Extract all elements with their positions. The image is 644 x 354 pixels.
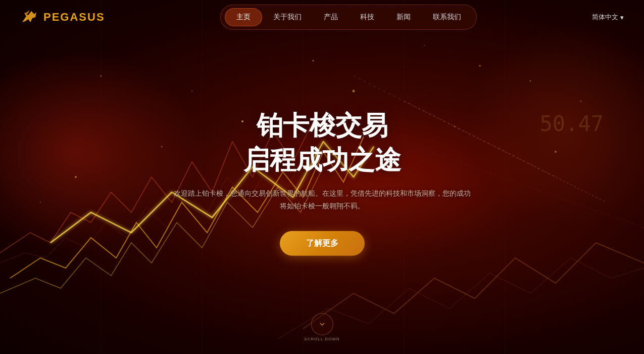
nav-links: 主页 关于我们 产品 科技 新闻 联系我们 (220, 5, 477, 30)
svg-point-13 (555, 151, 557, 153)
scroll-indicator[interactable]: SCROLL DOWN (304, 313, 339, 342)
svg-point-11 (353, 90, 355, 93)
svg-point-16 (580, 101, 582, 102)
chevron-down-icon: ▾ (620, 14, 624, 21)
hero-title: 铂卡梭交易 启程成功之途 (171, 109, 474, 177)
svg-point-8 (75, 176, 77, 178)
svg-point-20 (424, 45, 425, 46)
lang-switcher[interactable]: 简体中文 ▾ (592, 13, 624, 22)
chart-number: 50.47 (540, 111, 604, 136)
navbar: PEGASUS 主页 关于我们 产品 科技 新闻 联系我们 简体中文 ▾ (0, 0, 644, 34)
svg-point-17 (40, 202, 41, 203)
hero-title-line2: 启程成功之途 (243, 145, 401, 174)
hero-content: 铂卡梭交易 启程成功之途 欢迎踏上铂卡梭，您通向交易创新世界的航船。在这里，凭借… (171, 109, 474, 256)
pegasus-icon (20, 8, 38, 26)
brand-name: PEGASUS (43, 11, 105, 24)
nav-item-products[interactable]: 产品 (313, 9, 349, 26)
nav-item-tech[interactable]: 科技 (349, 9, 385, 26)
svg-marker-22 (22, 11, 36, 22)
svg-point-21 (530, 80, 531, 82)
lang-label: 简体中文 (592, 13, 618, 22)
nav-item-about[interactable]: 关于我们 (262, 9, 313, 26)
nav-item-news[interactable]: 新闻 (385, 9, 422, 26)
svg-point-18 (191, 91, 192, 92)
svg-point-14 (101, 75, 102, 77)
hero-title-line1: 铂卡梭交易 (257, 111, 388, 140)
svg-point-15 (479, 65, 481, 67)
hero-subtitle: 欢迎踏上铂卡梭，您通向交易创新世界的航船。在这里，凭借先进的科技和市场洞察，您的… (171, 187, 474, 212)
hero-section: 50.47 (0, 0, 644, 354)
svg-point-19 (313, 60, 314, 62)
glow-right (467, 25, 644, 228)
scroll-circle (311, 313, 333, 335)
scroll-text: SCROLL DOWN (304, 337, 339, 342)
nav-item-contact[interactable]: 联系我们 (422, 9, 472, 26)
cta-button[interactable]: 了解更多 (280, 231, 365, 255)
chevron-down-icon (318, 320, 326, 328)
nav-item-home[interactable]: 主页 (225, 8, 262, 26)
logo[interactable]: PEGASUS (20, 8, 105, 26)
svg-point-9 (161, 146, 163, 148)
